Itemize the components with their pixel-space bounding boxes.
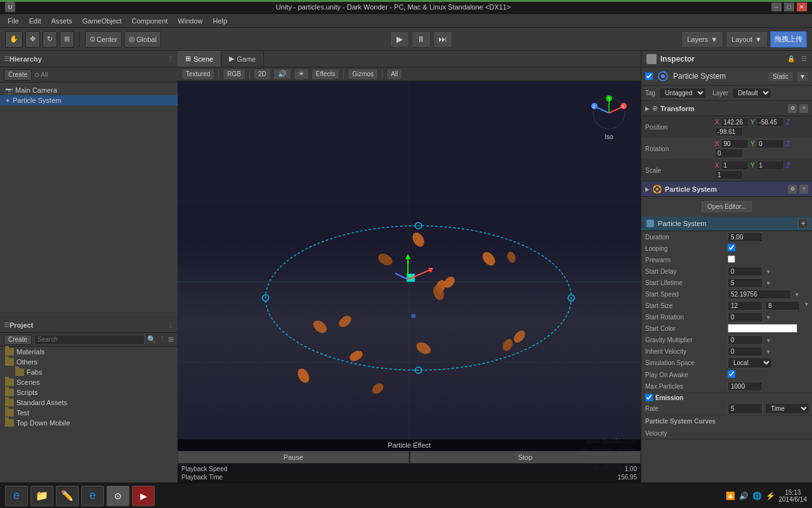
play-button[interactable]: ▶ <box>390 31 409 48</box>
project-item-materials[interactable]: Materials <box>0 347 178 357</box>
gravity-input[interactable] <box>728 335 763 345</box>
menu-gameobject[interactable]: GameObject <box>77 16 127 26</box>
start-color-picker[interactable] <box>728 324 797 333</box>
2d-button[interactable]: 2D <box>254 69 271 80</box>
menu-help[interactable]: Help <box>207 16 232 26</box>
object-active-checkbox[interactable] <box>645 72 653 80</box>
scale-tool-button[interactable]: ⊞ <box>60 31 74 48</box>
taskbar-folder-button[interactable]: 📁 <box>30 486 53 506</box>
transform-settings-icon[interactable]: ⚙ <box>788 104 797 113</box>
scale-y-input[interactable] <box>756 161 784 170</box>
rotation-x-input[interactable] <box>721 139 749 149</box>
layer-dropdown[interactable]: Default <box>732 88 771 98</box>
play-on-awake-checkbox[interactable] <box>728 370 735 378</box>
gizmos-dropdown[interactable]: Gizmos <box>348 69 378 80</box>
start-size-input1[interactable] <box>728 301 763 311</box>
tab-game[interactable]: ▶ Game <box>221 51 264 67</box>
menu-assets[interactable]: Assets <box>46 16 77 26</box>
ps-help-icon[interactable]: ? <box>799 185 808 194</box>
move-tool-button[interactable]: ✥ <box>25 31 40 48</box>
inspector-menu-icon[interactable]: ☰ <box>801 55 807 62</box>
position-x-input[interactable] <box>721 117 749 127</box>
ps-settings-icon[interactable]: ⚙ <box>788 185 797 194</box>
menu-file[interactable]: File <box>3 16 24 26</box>
minimize-button[interactable]: ─ <box>771 3 782 11</box>
step-button[interactable]: ⏭ <box>433 31 452 48</box>
start-lifetime-input[interactable] <box>728 278 763 288</box>
taskbar-ie-button[interactable]: e <box>5 486 28 506</box>
taskbar-unity-button[interactable]: ⊙ <box>107 486 129 506</box>
menu-component[interactable]: Component <box>126 16 173 26</box>
sun-button[interactable]: ☀ <box>294 69 309 80</box>
project-item-test[interactable]: Test <box>0 408 178 418</box>
position-y-input[interactable] <box>756 117 784 127</box>
scale-x-input[interactable] <box>721 161 749 170</box>
scale-z-input[interactable] <box>715 170 743 180</box>
particle-system-header[interactable]: ▶ Particle System ⚙ ? <box>641 182 812 197</box>
pivot-global-button[interactable]: ◎ Global <box>124 31 161 48</box>
audio-button[interactable]: 🔊 <box>273 69 291 80</box>
static-arrow-button[interactable]: ▼ <box>797 72 808 81</box>
hierarchy-item-main-camera[interactable]: 📷 Main Camera <box>0 85 178 95</box>
project-item-scenes[interactable]: Scenes <box>0 377 178 387</box>
rate-input[interactable] <box>728 403 763 414</box>
transform-title: Transform <box>660 105 785 112</box>
transform-help-icon[interactable]: ? <box>799 104 808 113</box>
simulation-space-dropdown[interactable]: Local World <box>728 358 772 368</box>
menu-edit[interactable]: Edit <box>24 16 46 26</box>
rate-type-dropdown[interactable]: Time Distance <box>765 403 809 414</box>
project-item-top-down-mobile[interactable]: Top Down Mobile <box>0 418 178 428</box>
svg-point-16 <box>410 231 427 249</box>
close-button[interactable]: ✕ <box>797 3 807 11</box>
start-size-input2[interactable] <box>765 301 800 311</box>
start-rotation-input[interactable] <box>728 312 763 322</box>
prewarm-checkbox[interactable] <box>728 255 735 263</box>
maximize-button[interactable]: □ <box>784 3 794 11</box>
effects-dropdown[interactable]: Effects <box>311 69 339 80</box>
layout-dropdown[interactable]: Layout ▼ <box>726 31 768 48</box>
project-item-standard-assets[interactable]: Standard Assets <box>0 398 178 408</box>
project-search-input[interactable] <box>34 335 145 345</box>
open-editor-button[interactable]: Open Editor... <box>702 201 752 212</box>
hierarchy-item-particle-system[interactable]: ✦ Particle System <box>0 95 178 105</box>
start-delay-input[interactable] <box>728 267 763 276</box>
duration-input[interactable] <box>728 232 763 242</box>
rotation-y-input[interactable] <box>756 139 784 149</box>
collab-button[interactable]: 拖拽上传 <box>770 31 807 48</box>
project-item-scripts[interactable]: Scripts <box>0 387 178 398</box>
max-particles-input[interactable] <box>728 382 763 391</box>
menu-window[interactable]: Window <box>173 16 207 26</box>
tag-dropdown[interactable]: Untagged <box>659 88 706 98</box>
transform-header[interactable]: ▶ ⊕ Transform ⚙ ? <box>641 101 812 116</box>
textured-dropdown[interactable]: Textured <box>181 69 214 80</box>
inherit-velocity-input[interactable] <box>728 347 763 356</box>
stop-button[interactable]: Stop <box>410 451 641 464</box>
static-button[interactable]: Static <box>768 72 793 81</box>
rgb-dropdown[interactable]: RGB <box>223 69 246 80</box>
all-dropdown[interactable]: All <box>386 69 402 80</box>
layers-dropdown[interactable]: Layers ▼ <box>681 31 723 48</box>
taskbar-ie2-button[interactable]: e <box>81 486 104 506</box>
tab-scene[interactable]: ⊞ Scene <box>178 51 221 67</box>
hierarchy-create-button[interactable]: Create <box>4 69 32 81</box>
ps-add-button[interactable]: + <box>798 218 808 229</box>
project-item-others[interactable]: Others <box>0 357 178 367</box>
looping-checkbox[interactable] <box>728 244 735 251</box>
start-speed-input[interactable] <box>728 290 791 299</box>
emission-checkbox[interactable] <box>645 394 653 401</box>
project-item-fabs[interactable]: Fabs <box>0 367 178 377</box>
position-z-input[interactable] <box>715 127 743 137</box>
viewport-canvas[interactable]: Y X Z Iso SIKI www.devsiki.com Particle <box>178 81 641 483</box>
hand-tool-button[interactable]: ✋ <box>5 31 23 48</box>
inspector-lock-icon[interactable]: 🔒 <box>787 55 795 62</box>
taskbar-unity-red-button[interactable]: ▶ <box>132 486 155 506</box>
rotation-z-input[interactable] <box>715 149 743 158</box>
pause-button[interactable]: ⏸ <box>412 31 431 48</box>
folder-icon <box>5 409 14 417</box>
project-create-button[interactable]: Create <box>4 335 32 345</box>
gizmo-widget[interactable]: Y X Z Iso <box>590 94 628 132</box>
pivot-center-button[interactable]: ⊙ Center <box>85 31 122 48</box>
rotate-tool-button[interactable]: ↻ <box>43 31 57 48</box>
pause-button[interactable]: Pause <box>178 451 409 464</box>
taskbar-note-button[interactable]: ✏️ <box>56 486 79 506</box>
